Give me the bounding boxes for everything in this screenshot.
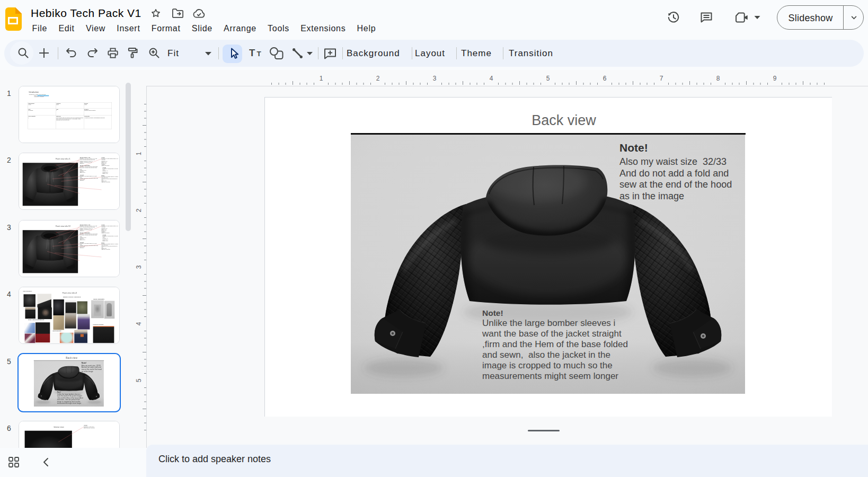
svg-text:T: T <box>257 50 262 58</box>
svg-text:T: T <box>249 48 255 58</box>
